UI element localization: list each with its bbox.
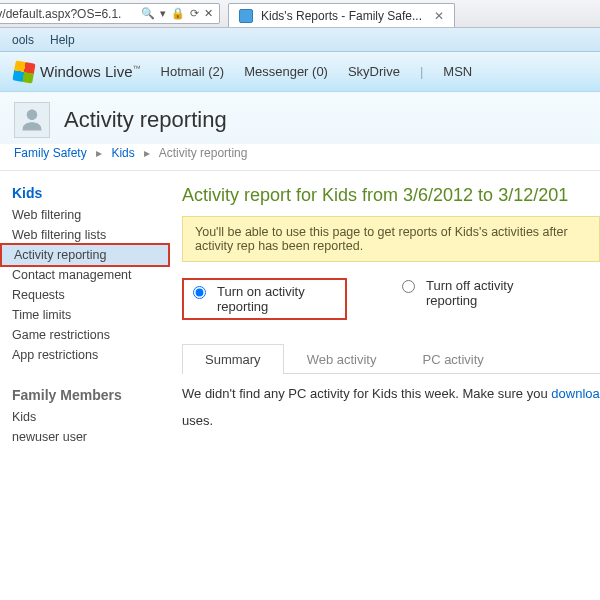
browser-tab[interactable]: Kids's Reports - Family Safe... ✕ bbox=[228, 3, 455, 27]
tab-title: Kids's Reports - Family Safe... bbox=[261, 9, 422, 23]
sidebar-item-app-restrictions: App restrictions bbox=[0, 345, 170, 365]
search-icon[interactable]: 🔍 bbox=[141, 7, 155, 20]
tab-close-icon[interactable]: ✕ bbox=[434, 9, 444, 23]
sidebar-list-family: Kids newuser user bbox=[0, 407, 170, 447]
chevron-right-icon: ▸ bbox=[138, 146, 156, 160]
nav-sep: | bbox=[420, 64, 423, 79]
sidebar-item-activity-reporting: Activity reporting bbox=[0, 243, 170, 267]
menu-bar: ools Help bbox=[0, 28, 600, 52]
favicon-icon bbox=[239, 9, 253, 23]
sidebar-item-web-filtering: Web filtering bbox=[0, 205, 170, 225]
nav-skydrive[interactable]: SkyDrive bbox=[348, 64, 400, 79]
radio-turn-on[interactable]: Turn on activity reporting bbox=[182, 278, 347, 320]
sidebar-item-contact-management: Contact management bbox=[0, 265, 170, 285]
empty-state-text-2: uses. bbox=[182, 413, 600, 428]
sidebar-heading-kids[interactable]: Kids bbox=[12, 185, 170, 201]
sidebar-member-kids: Kids bbox=[0, 407, 170, 427]
sidebar-member-newuser: newuser user bbox=[0, 427, 170, 447]
empty-state-text: We didn't find any PC activity for Kids … bbox=[182, 386, 600, 401]
sidebar-item-time-limits: Time limits bbox=[0, 305, 170, 325]
activity-toggle: Turn on activity reporting Turn off acti… bbox=[182, 278, 600, 320]
chevron-right-icon: ▸ bbox=[90, 146, 108, 160]
radio-turn-on-input[interactable] bbox=[193, 286, 206, 299]
breadcrumb: Family Safety ▸ Kids ▸ Activity reportin… bbox=[0, 144, 600, 171]
refresh-icon[interactable]: ⟳ bbox=[190, 7, 199, 20]
address-bar[interactable]: /safety/default.aspx?OS=6.1. 🔍 ▾ 🔒 ⟳ ✕ bbox=[0, 3, 220, 24]
page-title: Activity reporting bbox=[64, 107, 227, 133]
page-title-row: Activity reporting bbox=[0, 92, 600, 144]
download-link[interactable]: download the Fa bbox=[551, 386, 600, 401]
report-tabs: Summary Web activity PC activity bbox=[182, 344, 600, 374]
main-content: Activity report for Kids from 3/6/2012 t… bbox=[170, 171, 600, 461]
windows-live-header: Windows Live™ Hotmail (2) Messenger (0) … bbox=[0, 52, 600, 92]
menu-help[interactable]: Help bbox=[42, 30, 83, 50]
sidebar-item-web-filtering-lists: Web filtering lists bbox=[0, 225, 170, 245]
avatar bbox=[14, 102, 50, 138]
windows-flag-icon bbox=[14, 62, 34, 82]
lock-icon: 🔒 bbox=[171, 7, 185, 20]
tab-summary[interactable]: Summary bbox=[182, 344, 284, 374]
address-icons: 🔍 ▾ 🔒 ⟳ ✕ bbox=[141, 7, 213, 20]
nav-hotmail[interactable]: Hotmail (2) bbox=[161, 64, 225, 79]
sidebar-item-requests: Requests bbox=[0, 285, 170, 305]
sidebar: Kids Web filtering Web filtering lists A… bbox=[0, 171, 170, 461]
sidebar-list-kids: Web filtering Web filtering lists Activi… bbox=[0, 205, 170, 365]
windows-live-nav: Hotmail (2) Messenger (0) SkyDrive | MSN bbox=[161, 64, 473, 79]
tab-web-activity[interactable]: Web activity bbox=[284, 344, 400, 374]
crumb-kids[interactable]: Kids bbox=[111, 146, 134, 160]
menu-tools[interactable]: ools bbox=[4, 30, 42, 50]
info-notice: You'll be able to use this page to get r… bbox=[182, 216, 600, 262]
sep-icon: ▾ bbox=[160, 7, 166, 20]
user-silhouette-icon bbox=[18, 106, 46, 134]
browser-chrome: /safety/default.aspx?OS=6.1. 🔍 ▾ 🔒 ⟳ ✕ K… bbox=[0, 0, 600, 28]
address-url: /safety/default.aspx?OS=6.1. bbox=[0, 7, 121, 21]
sidebar-heading-family: Family Members bbox=[12, 387, 170, 403]
crumb-family-safety[interactable]: Family Safety bbox=[14, 146, 87, 160]
nav-msn[interactable]: MSN bbox=[443, 64, 472, 79]
radio-turn-on-label: Turn on activity reporting bbox=[217, 284, 337, 314]
crumb-current: Activity reporting bbox=[159, 146, 248, 160]
radio-turn-off-label: Turn off activity reporting bbox=[426, 278, 546, 308]
stop-icon[interactable]: ✕ bbox=[204, 7, 213, 20]
sidebar-item-game-restrictions: Game restrictions bbox=[0, 325, 170, 345]
radio-turn-off[interactable]: Turn off activity reporting bbox=[397, 278, 546, 308]
nav-messenger[interactable]: Messenger (0) bbox=[244, 64, 328, 79]
tab-pc-activity[interactable]: PC activity bbox=[399, 344, 506, 374]
windows-live-logo[interactable]: Windows Live™ bbox=[14, 62, 141, 82]
radio-turn-off-input[interactable] bbox=[402, 280, 415, 293]
report-heading: Activity report for Kids from 3/6/2012 t… bbox=[182, 185, 600, 206]
